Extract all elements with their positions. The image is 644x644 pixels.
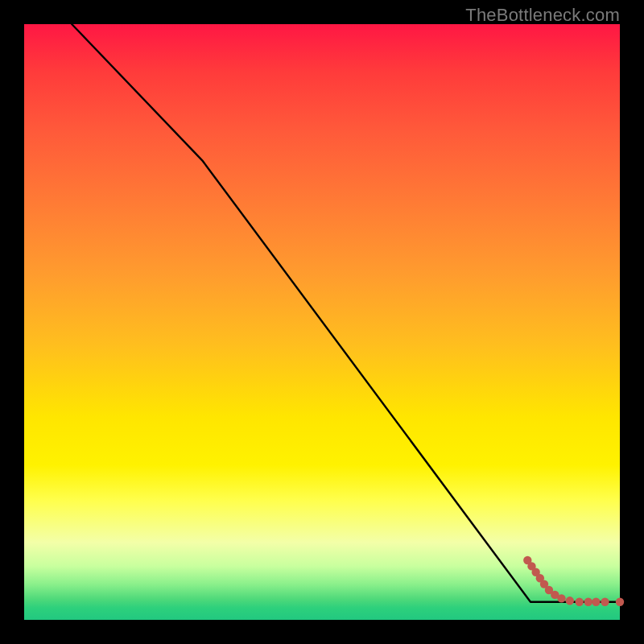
- bottleneck-curve: [72, 24, 620, 602]
- plot-area: [24, 24, 620, 620]
- watermark-label: TheBottleneck.com: [465, 5, 620, 26]
- optimal-marker: [557, 594, 565, 602]
- optimal-marker: [575, 598, 583, 606]
- optimal-marker: [616, 598, 624, 606]
- optimal-markers-group: [523, 556, 624, 606]
- optimal-marker: [566, 597, 574, 605]
- optimal-marker: [584, 598, 592, 606]
- chart-svg: [24, 24, 620, 620]
- chart-stage: TheBottleneck.com: [0, 0, 644, 644]
- optimal-marker: [592, 598, 600, 606]
- optimal-marker: [601, 598, 609, 606]
